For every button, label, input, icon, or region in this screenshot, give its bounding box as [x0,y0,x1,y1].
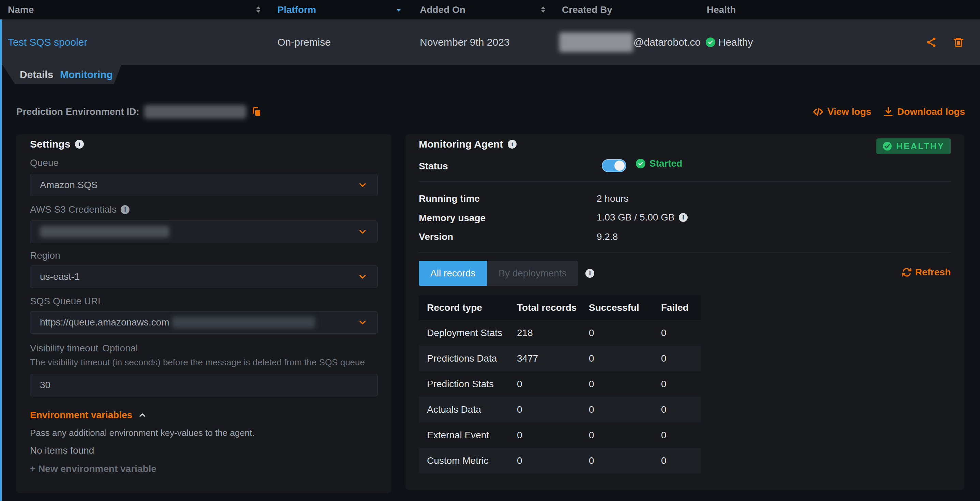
records-table-header: Record type Total records Successful Fai… [419,295,701,320]
sqs-queue-url-label: SQS Queue URL [30,296,103,307]
sort-icon[interactable] [253,5,263,14]
health-value: Healthy [718,19,753,65]
records-view-tabs: All records By deployments i [419,261,594,286]
view-logs-button[interactable]: View logs [812,106,871,118]
region-value: us-east-1 [40,271,80,282]
table-row: Custom Metric 0 0 0 [419,448,701,473]
cell-total: 0 [517,430,589,441]
tab-details[interactable]: Details [20,65,53,84]
view-logs-label: View logs [827,107,871,117]
environment-variables-toggle[interactable]: Environment variables [30,410,147,421]
trash-icon[interactable] [953,37,964,48]
visibility-timeout-help: The visibility timeout (in seconds) befo… [30,357,365,368]
queue-label: Queue [30,157,59,169]
chevron-down-icon [358,317,368,328]
records-table: Record type Total records Successful Fai… [419,295,701,473]
copy-icon[interactable] [251,107,262,117]
column-name-label: Name [8,5,34,15]
credentials-label-text: AWS S3 Credentials [30,204,116,215]
settings-panel: Settings i Queue Amazon SQS AWS S3 Crede… [16,134,391,493]
new-environment-variable-button[interactable]: + New environment variable [30,463,156,474]
share-icon[interactable] [926,37,937,48]
cell-successful: 0 [589,353,661,364]
download-logs-label: Download logs [897,107,965,117]
tab-by-deployments[interactable]: By deployments [487,261,578,286]
prediction-environment-id-line: Prediction Environment ID: [16,103,262,120]
info-icon[interactable]: i [75,140,84,149]
memory-usage-value: 1.03 GB / 5.00 GB i [597,212,687,223]
visibility-timeout-input[interactable] [30,374,377,396]
cell-failed: 0 [661,379,701,390]
cell-record-type: Predictions Data [427,353,517,364]
column-header-added-on[interactable]: Added On [420,0,466,19]
environment-name-link[interactable]: Test SQS spooler [8,19,87,65]
chevron-down-icon [358,272,368,282]
queue-select[interactable]: Amazon SQS [30,174,377,196]
cell-failed: 0 [661,455,701,466]
sort-direction-icon[interactable] [395,6,403,14]
cell-total: 0 [517,404,589,415]
agent-status-toggle[interactable] [602,159,626,172]
credentials-select[interactable] [30,221,377,243]
region-select[interactable]: us-east-1 [30,266,377,288]
healthy-badge-label: HEALTHY [896,141,945,152]
table-row: External Event 0 0 0 [419,422,701,448]
cell-record-type: Actuals Data [427,404,517,415]
running-time-label: Running time [419,193,480,204]
chevron-down-icon [358,227,368,237]
download-logs-button[interactable]: Download logs [883,107,965,117]
detail-tabs: Details Monitoring [0,65,124,84]
cell-failed: 0 [661,353,701,364]
sort-icon[interactable] [538,5,548,14]
check-circle-icon [636,159,645,169]
sqs-queue-url-select[interactable]: https://queue.amazonaws.com [30,311,377,334]
table-row: Prediction Stats 0 0 0 [419,371,701,397]
settings-title: Settings [30,138,70,150]
info-icon[interactable]: i [121,205,129,214]
column-header-name[interactable]: Name [8,0,34,19]
cell-successful: 0 [589,404,661,415]
health-check-icon [706,38,715,47]
cell-record-type: Custom Metric [427,455,517,466]
cell-successful: 0 [589,455,661,466]
list-header: Name Platform Added On Created By Health [0,0,980,19]
chevron-down-icon [358,180,368,190]
tab-all-records[interactable]: All records [419,261,487,286]
sqs-queue-url-redacted-blob [172,317,315,328]
visibility-timeout-label-text: Visibility timeout [30,343,98,354]
cell-failed: 0 [661,328,701,339]
info-icon[interactable]: i [585,269,594,278]
status-value: Started [649,158,682,169]
refresh-label: Refresh [915,267,951,278]
tab-monitoring[interactable]: Monitoring [60,65,113,84]
monitoring-agent-panel: Monitoring Agent i HEALTHY Status Starte… [406,134,964,490]
cell-successful: 0 [589,379,661,390]
col-total-records: Total records [517,302,589,313]
region-label: Region [30,250,60,261]
cell-total: 0 [517,379,589,390]
version-value: 9.2.8 [597,231,618,242]
prediction-environment-row[interactable]: Test SQS spooler On-premise November 9th… [0,19,980,65]
column-header-health: Health [707,0,736,19]
prediction-environment-id-redacted-blob [144,105,247,119]
toggle-knob [614,161,625,171]
refresh-button[interactable]: Refresh [902,267,951,278]
cell-total: 0 [517,455,589,466]
status-started: Started [636,158,682,169]
column-platform-label: Platform [277,5,316,15]
platform-value: On-premise [277,19,331,65]
info-icon[interactable]: i [679,213,687,222]
added-on-value: November 9th 2023 [420,19,510,65]
cell-total: 3477 [517,353,589,364]
queue-value: Amazon SQS [40,180,98,191]
col-successful: Successful [589,302,661,313]
credentials-label: AWS S3 Credentials i [30,204,129,215]
column-header-platform[interactable]: Platform [277,0,316,19]
created-by-domain: @datarobot.co [633,19,701,65]
cell-total: 218 [517,328,589,339]
settings-title-row: Settings i [30,138,84,150]
info-icon[interactable]: i [508,140,517,149]
environment-variables-empty: No items found [30,445,94,456]
created-by-redacted-blob [559,32,633,52]
column-added-on-label: Added On [420,5,466,15]
